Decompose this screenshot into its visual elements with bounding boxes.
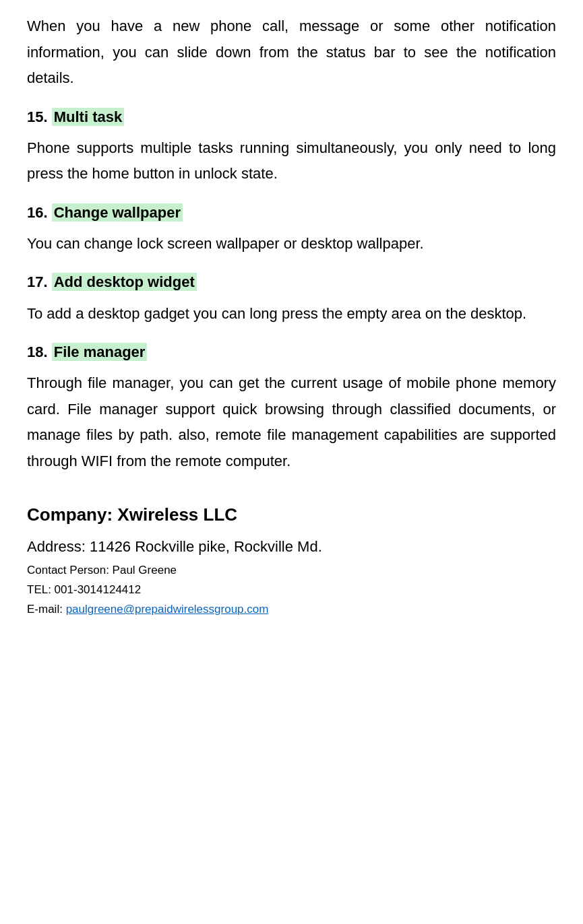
section-title-0: Multi task: [52, 108, 124, 126]
section-heading-0: 15. Multi task: [27, 105, 556, 129]
section-number-0: 15.: [27, 108, 52, 125]
contact-person: Contact Person: Paul Greene: [27, 561, 556, 579]
section-heading-3: 18. File manager: [27, 340, 556, 364]
email-line: E-mail: paulgreene@prepaidwirelessgroup.…: [27, 600, 556, 618]
section-heading-2: 17. Add desktop widget: [27, 270, 556, 294]
company-address: Address: 11426 Rockville pike, Rockville…: [27, 535, 556, 558]
section-body-0: Phone supports multiple tasks running si…: [27, 135, 556, 187]
section-title-2: Add desktop widget: [52, 273, 197, 291]
tel-line: TEL: 001-3014124412: [27, 581, 556, 599]
email-link[interactable]: paulgreene@prepaidwirelessgroup.com: [66, 603, 269, 616]
section-body-3: Through file manager, you can get the cu…: [27, 370, 556, 474]
section-number-1: 16.: [27, 204, 52, 221]
section-heading-1: 16. Change wallpaper: [27, 201, 556, 224]
company-name: Company: Xwireless LLC: [27, 501, 556, 529]
section-title-1: Change wallpaper: [52, 203, 183, 222]
section-number-2: 17.: [27, 273, 52, 290]
email-prefix: E-mail:: [27, 603, 66, 616]
sections-container: 15. Multi taskPhone supports multiple ta…: [27, 105, 556, 475]
company-section: Company: Xwireless LLC Address: 11426 Ro…: [27, 501, 556, 618]
section-body-2: To add a desktop gadget you can long pre…: [27, 301, 556, 327]
intro-paragraph: When you have a new phone call, message …: [27, 13, 556, 92]
section-number-3: 18.: [27, 343, 52, 360]
section-title-3: File manager: [52, 343, 148, 361]
section-body-1: You can change lock screen wallpaper or …: [27, 231, 556, 257]
